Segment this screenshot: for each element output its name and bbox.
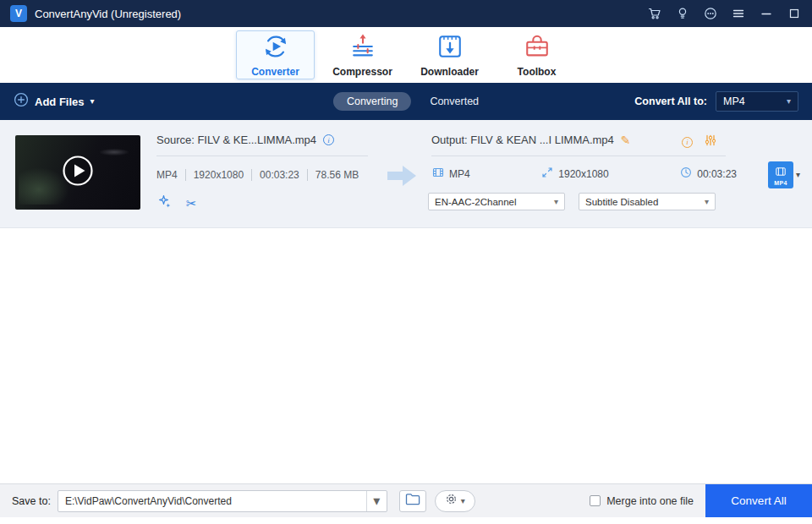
output-divider	[431, 156, 726, 156]
row-format-badge-label: MP4	[774, 180, 787, 186]
source-title: Source: FILV & KE...LIMMA.mp4 i	[156, 134, 334, 146]
tab-compressor-label: Compressor	[332, 66, 392, 78]
tab-converter[interactable]: Converter	[236, 30, 315, 79]
audio-track-caret-icon: ▾	[554, 198, 558, 206]
maximize-icon[interactable]	[787, 6, 802, 21]
store-cart-icon[interactable]	[647, 6, 662, 21]
source-meta: MP4 1920x1080 00:03:23 78.56 MB	[156, 169, 366, 181]
badge-film-icon	[776, 164, 786, 179]
queue-tabs: Converting Converted	[333, 83, 479, 120]
row-format-badge[interactable]: MP4	[768, 161, 793, 188]
tab-downloader[interactable]: Downloader	[410, 30, 489, 79]
app-title: ConvertAnyVid (Unregistered)	[35, 8, 181, 20]
output-resolution-value: 1920x1080	[558, 168, 608, 180]
settings-button[interactable]: ▾	[435, 490, 475, 512]
source-filename: Source: FILV & KE...LIMMA.mp4	[156, 134, 316, 146]
output-title: Output: FILV & KEAN ...I LIMMA.mp4 ✎	[431, 134, 631, 146]
tab-compressor[interactable]: Compressor	[323, 30, 402, 79]
play-icon[interactable]	[61, 154, 95, 191]
output-filename: Output: FILV & KEAN ...I LIMMA.mp4	[431, 134, 614, 146]
global-format-value: MP4	[723, 96, 745, 107]
tab-downloader-label: Downloader	[420, 66, 479, 78]
output-format-value: MP4	[449, 168, 470, 180]
source-duration: 00:03:23	[251, 169, 307, 181]
film-icon	[432, 166, 444, 181]
source-filesize: 78.56 MB	[307, 169, 366, 181]
global-format-select[interactable]: MP4 ▾	[716, 91, 798, 112]
output-settings-sliders-icon[interactable]	[704, 134, 717, 150]
footer-bar: Save to: ▾ ▾ Merge into one file Convert…	[0, 483, 812, 517]
folder-icon	[405, 493, 420, 509]
feedback-icon[interactable]	[703, 6, 718, 21]
merge-option: Merge into one file	[590, 495, 694, 507]
source-to-output-arrow-icon	[387, 164, 416, 191]
add-files-plus-icon	[14, 92, 29, 111]
converter-icon	[262, 33, 289, 63]
output-duration-value: 00:03:23	[697, 168, 737, 180]
audio-track-value: EN-AAC-2Channel	[435, 197, 517, 207]
output-format-detail: MP4	[432, 166, 470, 181]
subtitle-value: Subtitle Disabled	[585, 197, 658, 207]
subtitle-select[interactable]: Subtitle Disabled ▾	[579, 193, 716, 210]
clock-icon	[680, 166, 692, 181]
toolbox-icon	[524, 33, 551, 63]
merge-label[interactable]: Merge into one file	[606, 495, 694, 507]
output-resolution-detail: 1920x1080	[541, 166, 608, 181]
titlebar: V ConvertAnyVid (Unregistered)	[0, 0, 812, 27]
settings-caret-icon: ▾	[461, 497, 465, 505]
downloader-icon	[436, 33, 464, 63]
app-logo-letter: V	[15, 8, 22, 19]
titlebar-actions	[647, 6, 802, 21]
app-logo: V	[10, 5, 27, 22]
convert-all-button[interactable]: Convert All	[705, 484, 812, 517]
edit-tools: ✂	[157, 194, 197, 211]
app-window: V ConvertAnyVid (Unregistered)	[0, 0, 812, 524]
tab-converting-queue[interactable]: Converting	[333, 92, 411, 111]
minimize-icon[interactable]	[759, 6, 774, 21]
save-to-label: Save to:	[12, 495, 51, 507]
source-divider	[156, 156, 368, 156]
output-duration-detail: 00:03:23	[680, 166, 737, 181]
compressor-icon	[349, 33, 376, 63]
file-row: Source: FILV & KE...LIMMA.mp4 i MP4 1920…	[0, 120, 812, 228]
track-selects: EN-AAC-2Channel ▾ Subtitle Disabled ▾	[428, 193, 716, 210]
add-files-button[interactable]: Add Files ▾	[14, 92, 95, 111]
row-format-button[interactable]: MP4 ▾	[768, 161, 800, 188]
subtitle-caret-icon: ▾	[705, 198, 709, 206]
global-format-caret-icon: ▾	[787, 97, 791, 106]
convert-all-to-group: Convert All to: MP4 ▾	[634, 91, 798, 112]
source-format: MP4	[156, 169, 185, 181]
gear-icon	[445, 493, 458, 509]
convert-all-to-label: Convert All to:	[634, 96, 707, 107]
cut-scissors-icon[interactable]: ✂	[186, 197, 197, 210]
save-path-input[interactable]	[58, 491, 366, 511]
tab-toolbox[interactable]: Toolbox	[497, 30, 576, 79]
rename-pencil-icon[interactable]: ✎	[621, 134, 631, 146]
source-resolution: 1920x1080	[185, 169, 251, 181]
converting-toolbar: Add Files ▾ Converting Converted Convert…	[0, 83, 812, 120]
row-format-caret-icon: ▾	[796, 171, 800, 179]
audio-track-select[interactable]: EN-AAC-2Channel ▾	[428, 193, 565, 210]
menu-icon[interactable]	[731, 6, 746, 21]
open-folder-button[interactable]	[399, 490, 426, 512]
output-actions: i	[682, 134, 717, 150]
main-nav: Converter Compressor Downloader Toolbox	[0, 27, 812, 83]
merge-checkbox[interactable]	[590, 495, 601, 506]
save-path-field: ▾	[58, 490, 387, 512]
resize-arrows-icon	[541, 166, 553, 181]
effects-wand-icon[interactable]	[157, 194, 171, 211]
tab-converter-label: Converter	[251, 66, 299, 78]
output-details: MP4 1920x1080 00:03:23	[432, 166, 737, 181]
tab-converted-queue[interactable]: Converted	[430, 96, 479, 107]
add-files-caret-icon: ▾	[91, 97, 95, 106]
tips-lamp-icon[interactable]	[675, 6, 690, 21]
add-files-label: Add Files	[35, 96, 85, 108]
video-thumbnail[interactable]	[15, 135, 140, 210]
tab-toolbox-label: Toolbox	[518, 66, 557, 78]
source-info-icon[interactable]: i	[323, 134, 334, 145]
output-info-icon[interactable]: i	[682, 137, 693, 148]
save-path-caret-icon[interactable]: ▾	[366, 491, 387, 511]
